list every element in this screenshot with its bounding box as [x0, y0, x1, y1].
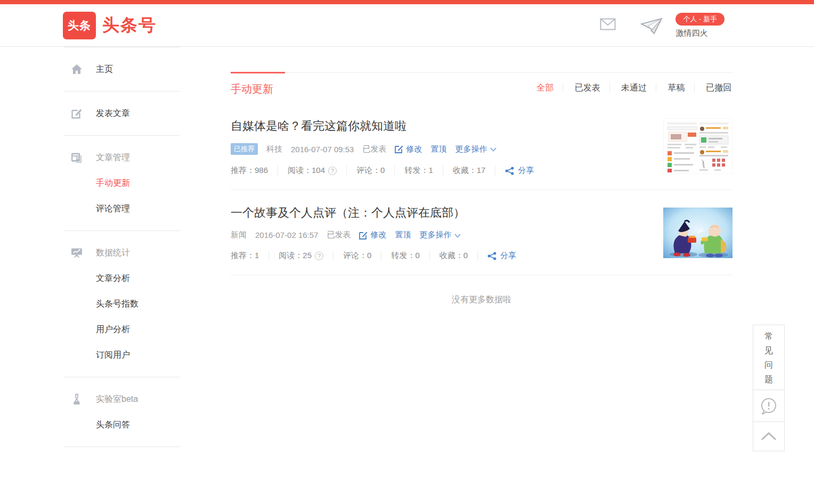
stat-favorites: 收藏：17 — [443, 166, 496, 176]
sidebar-item-comment-mgmt[interactable]: 评论管理 — [64, 196, 180, 221]
mail-icon[interactable] — [600, 18, 616, 32]
faq-button[interactable]: 常见问题 — [753, 325, 785, 390]
sidebar-item-toutiao-qa[interactable]: 头条问答 — [64, 412, 180, 437]
sidebar-group-label: 实验室beta — [96, 394, 138, 405]
article-row: 一个故事及个人点评（注：个人点评在底部） 新闻 2016-07-02 16:57… — [231, 205, 732, 275]
faq-label: 常见问题 — [764, 329, 774, 386]
share-icon — [505, 167, 515, 175]
question-circle-icon[interactable]: ? — [328, 167, 337, 175]
article-category: 科技 — [266, 144, 282, 154]
main-content: 手动更新 全部 已发表 未通过 草稿 已撤回 自媒体是啥？看完这篇你就知道啦 已… — [231, 72, 732, 305]
home-icon — [71, 64, 82, 74]
feedback-button[interactable] — [753, 390, 785, 422]
article-status: 已发表 — [327, 230, 351, 240]
sidebar-group-label: 数据统计 — [96, 247, 130, 259]
filter-published[interactable]: 已发表 — [566, 83, 610, 92]
stat-comments: 评论：0 — [347, 166, 395, 176]
article-stats: 推荐：1 阅读：25 ? 评论：0 转发：0 收藏：0 分享 — [231, 251, 647, 261]
sidebar-item-publish[interactable]: 发表文章 — [64, 101, 180, 126]
paper-plane-icon[interactable] — [640, 16, 664, 38]
sidebar-group-lab: 实验室beta — [64, 386, 180, 412]
stat-recommend: 推荐：1 — [231, 251, 269, 261]
filter-withdrawn[interactable]: 已撤回 — [697, 83, 732, 92]
article-row: 自媒体是啥？看完这篇你就知道啦 已推荐 科技 2016-07-07 09:53 … — [231, 118, 732, 190]
article-datetime: 2016-07-02 16:57 — [255, 230, 318, 239]
filter-all[interactable]: 全部 — [527, 83, 563, 92]
sidebar-item-label: 发表文章 — [96, 108, 130, 119]
stat-reposts: 转发：1 — [395, 166, 443, 176]
more-actions-link[interactable]: 更多操作 — [455, 144, 499, 154]
recommended-badge: 已推荐 — [231, 143, 258, 155]
article-thumbnail[interactable] — [663, 208, 732, 258]
empty-state-text: 没有更多数据啦 — [231, 294, 732, 305]
stat-reads: 阅读：104 ? — [278, 166, 347, 176]
chart-board-icon — [71, 247, 82, 258]
chevron-down-icon — [490, 147, 496, 152]
logo[interactable]: 头条 头条号 — [63, 12, 157, 39]
status-filters: 全部 已发表 未通过 草稿 已撤回 — [527, 82, 732, 94]
article-title[interactable]: 自媒体是啥？看完这篇你就知道啦 — [231, 118, 647, 134]
share-link[interactable]: 分享 — [495, 166, 543, 176]
sidebar-item-article-analysis[interactable]: 文章分析 — [64, 266, 180, 291]
active-tab-underline — [231, 72, 285, 73]
logo-text: 头条号 — [102, 14, 157, 37]
sidebar-section-articles: 文章管理 手动更新 评论管理 — [64, 135, 180, 230]
sidebar-item-manual-update[interactable]: 手动更新 — [64, 170, 180, 196]
pin-link[interactable]: 置顶 — [395, 230, 411, 240]
sidebar-section-lab: 实验室beta 头条问答 — [64, 377, 180, 447]
compose-icon — [71, 108, 82, 119]
sidebar-item-label: 主页 — [96, 64, 113, 75]
share-icon — [487, 252, 497, 260]
header-right: 个人 - 新手 激情四火 — [600, 13, 725, 38]
article-stats: 推荐：986 阅读：104 ? 评论：0 转发：1 收藏：17 分享 — [231, 166, 647, 176]
filter-draft[interactable]: 草稿 — [659, 83, 695, 92]
sidebar-group-data-stats: 数据统计 — [64, 240, 180, 266]
edit-link[interactable]: 修改 — [359, 230, 386, 240]
pin-link[interactable]: 置顶 — [430, 144, 446, 154]
chevron-up-icon — [761, 432, 777, 441]
floating-help-panel: 常见问题 — [753, 325, 785, 451]
sidebar-group-article-mgmt: 文章管理 — [64, 145, 180, 170]
more-actions-link[interactable]: 更多操作 — [419, 230, 463, 240]
sidebar-section-publish: 发表文章 — [64, 91, 180, 135]
edit-link[interactable]: 修改 — [395, 144, 422, 154]
sidebar-section-stats: 数据统计 文章分析 头条号指数 用户分析 订阅用户 — [64, 230, 180, 377]
flask-icon — [71, 394, 82, 404]
user-level-badge[interactable]: 个人 - 新手 — [675, 13, 725, 26]
question-circle-icon[interactable]: ? — [315, 252, 323, 260]
exclamation-bubble-icon — [760, 398, 778, 415]
top-accent-bar — [0, 0, 814, 4]
sidebar-section-home: 主页 — [64, 47, 180, 91]
tab-manual-update[interactable]: 手动更新 — [231, 73, 273, 96]
article-category: 新闻 — [231, 230, 247, 240]
sidebar-item-user-analysis[interactable]: 用户分析 — [64, 317, 180, 342]
header: 头条 头条号 个人 - 新手 激情四火 — [0, 4, 814, 47]
share-link[interactable]: 分享 — [478, 251, 526, 261]
stat-comments: 评论：0 — [333, 251, 381, 261]
article-icon — [71, 153, 82, 163]
tab-bar: 手动更新 全部 已发表 未通过 草稿 已撤回 — [231, 72, 732, 100]
sidebar-group-label: 文章管理 — [96, 152, 130, 163]
article-datetime: 2016-07-07 09:53 — [291, 145, 354, 154]
article-meta: 已推荐 科技 2016-07-07 09:53 已发表 修改 置顶 更多操作 — [231, 143, 647, 155]
edit-icon — [395, 145, 403, 153]
stat-reposts: 转发：0 — [381, 251, 429, 261]
sidebar-item-home[interactable]: 主页 — [64, 56, 180, 82]
sidebar: 主页 发表文章 文章管理 手动更新 评论管理 数据统计 — [64, 47, 180, 447]
filter-rejected[interactable]: 未通过 — [612, 83, 656, 92]
chevron-down-icon — [454, 234, 461, 238]
article-thumbnail[interactable] — [663, 118, 732, 174]
article-meta: 新闻 2016-07-02 16:57 已发表 修改 置顶 更多操作 — [231, 230, 647, 240]
user-block: 个人 - 新手 激情四火 — [675, 13, 725, 38]
stat-favorites: 收藏：0 — [430, 251, 478, 261]
stat-reads: 阅读：25 ? — [269, 251, 333, 261]
article-title[interactable]: 一个故事及个人点评（注：个人点评在底部） — [231, 205, 647, 221]
article-status: 已发表 — [362, 144, 386, 154]
sidebar-item-toutiao-index[interactable]: 头条号指数 — [64, 291, 180, 317]
back-to-top-button[interactable] — [753, 422, 785, 451]
sidebar-item-subscribers[interactable]: 订阅用户 — [64, 342, 180, 368]
logo-icon: 头条 — [63, 12, 96, 39]
username[interactable]: 激情四火 — [675, 28, 707, 38]
stat-recommend: 推荐：986 — [231, 166, 278, 176]
edit-icon — [359, 231, 368, 239]
